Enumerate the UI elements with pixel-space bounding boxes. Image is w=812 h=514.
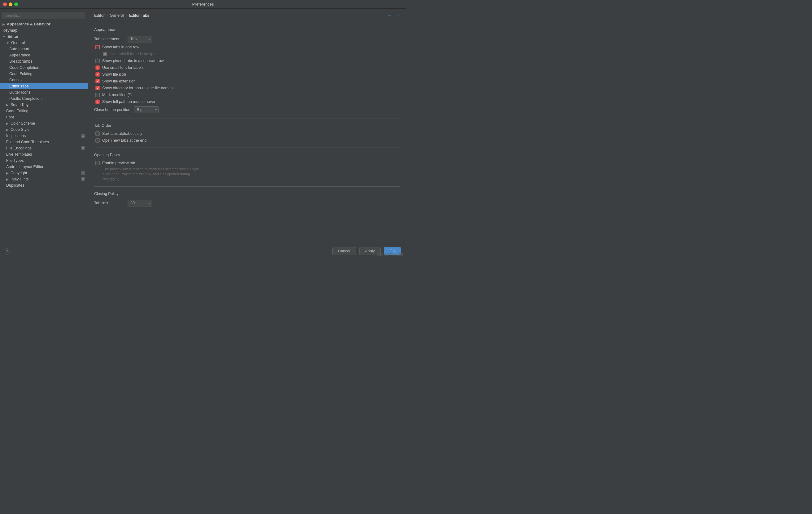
checkbox-row-mark-modified[interactable]: Mark modified (*): [94, 93, 400, 97]
checkbox-row-hide-tabs-no-space[interactable]: Hide tabs if there is no space: [94, 52, 400, 56]
checkbox-row-show-tabs-one-row[interactable]: Show tabs in one row: [94, 45, 400, 49]
sidebar-item-code-editing[interactable]: Code Editing: [0, 108, 88, 114]
close-button-label: Close button position:: [94, 108, 131, 112]
checkbox-show-full-path[interactable]: [95, 100, 100, 104]
checkbox-label-open-tabs-end: Open new tabs at the end: [102, 138, 146, 143]
sidebar-item-keymap[interactable]: Keymap: [0, 27, 88, 33]
sidebar-item-general[interactable]: ▼General: [0, 40, 88, 46]
checkbox-show-tabs-one-row[interactable]: [95, 45, 100, 49]
sidebar-item-postfix-completion[interactable]: Postfix Completion: [0, 96, 88, 102]
checkbox-row-enable-preview-tab[interactable]: Enable preview tab: [94, 161, 400, 165]
checkbox-show-file-extension[interactable]: [95, 79, 100, 83]
tab-limit-select-wrap: 30 ▾: [127, 200, 152, 207]
sidebar-item-label: Appearance & Behavior: [7, 22, 51, 26]
sidebar-item-font[interactable]: Font: [0, 114, 88, 120]
sidebar-item-label: Font: [6, 115, 14, 119]
sidebar-item-auto-import[interactable]: Auto Import: [0, 46, 88, 52]
sidebar-item-label: Breadcrumbs: [9, 59, 32, 63]
sidebar-item-editor-tabs[interactable]: Editor Tabs: [0, 83, 88, 89]
checkbox-label-show-file-icon: Show file icon: [102, 72, 126, 77]
checkbox-row-sort-tabs[interactable]: Sort tabs alphabetically: [94, 131, 400, 136]
checkbox-enable-preview-tab[interactable]: [95, 161, 100, 165]
sidebar-item-label: Auto Import: [9, 47, 29, 51]
nav-forward-arrow[interactable]: →: [395, 12, 400, 18]
breadcrumb: Editor › General › Editor Tabs ← →: [88, 9, 406, 21]
checkbox-open-tabs-end[interactable]: [95, 138, 100, 143]
checkbox-row-show-file-extension[interactable]: Show file extension: [94, 79, 400, 83]
sidebar-item-file-code-templates[interactable]: File and Code Templates: [0, 139, 88, 145]
checkbox-show-pinned-tabs[interactable]: [95, 59, 100, 63]
sidebar-item-gutter-icons[interactable]: Gutter Icons: [0, 89, 88, 96]
sidebar-item-color-scheme[interactable]: ▶Color Scheme: [0, 120, 88, 127]
checkbox-show-file-icon[interactable]: [95, 72, 100, 77]
close-button[interactable]: [3, 2, 7, 6]
checkbox-label-sort-tabs: Sort tabs alphabetically: [102, 131, 142, 136]
sidebar-item-label: Console: [9, 78, 24, 82]
divider-1: [94, 118, 400, 118]
title-bar: Preferences: [0, 0, 406, 9]
traffic-lights: [3, 2, 18, 6]
sidebar-item-appearance[interactable]: Appearance: [0, 52, 88, 58]
main-layout: ▶Appearance & BehaviorKeymap▼Editor▼Gene…: [0, 9, 406, 245]
sidebar-item-file-encodings[interactable]: File Encodings⊞: [0, 145, 88, 151]
chevron-icon: ▶: [6, 178, 9, 181]
tab-limit-label: Tab limit:: [94, 201, 125, 205]
sidebar-item-file-types[interactable]: File Types: [0, 158, 88, 164]
help-icon[interactable]: ?: [4, 248, 10, 254]
checkbox-row-show-directory[interactable]: Show directory for non-unique file names: [94, 86, 400, 90]
sidebar-item-code-folding[interactable]: Code Folding: [0, 71, 88, 77]
sidebar-item-android-layout-editor[interactable]: Android Layout Editor: [0, 164, 88, 170]
sidebar-item-label: Keymap: [2, 28, 18, 32]
sidebar-item-label: General: [11, 40, 25, 45]
bottom-bar: ? Cancel Apply OK CSDN @Fisher365: [0, 245, 406, 257]
checkbox-label-show-full-path: Show full path on mouse hover: [102, 100, 155, 104]
sidebar-item-label: File Encodings: [6, 146, 32, 151]
breadcrumb-editor[interactable]: Editor: [94, 13, 105, 18]
sidebar-item-editor[interactable]: ▼Editor: [0, 33, 88, 40]
sidebar-items: ▶Appearance & BehaviorKeymap▼Editor▼Gene…: [0, 21, 88, 188]
checkbox-show-directory[interactable]: [95, 86, 100, 90]
sidebar-item-label: Code Editing: [6, 109, 28, 113]
checkbox-use-small-font[interactable]: [95, 65, 100, 70]
close-button-select[interactable]: RightLeftNone: [134, 106, 158, 113]
checkbox-mark-modified[interactable]: [95, 93, 100, 97]
checkbox-hide-tabs-no-space[interactable]: [103, 52, 107, 56]
cancel-button[interactable]: Cancel: [332, 247, 356, 255]
checkbox-row-use-small-font[interactable]: Use small font for labels: [94, 65, 400, 70]
sidebar-item-label: Code Style: [10, 128, 29, 132]
sidebar-item-code-style[interactable]: ▶Code Style: [0, 127, 88, 133]
checkbox-label-mark-modified: Mark modified (*): [102, 93, 132, 97]
content-panel: Editor › General › Editor Tabs ← → Appea…: [88, 9, 406, 245]
checkbox-row-open-tabs-end[interactable]: Open new tabs at the end: [94, 138, 400, 143]
sidebar-item-appearance-behavior[interactable]: ▶Appearance & Behavior: [0, 21, 88, 27]
checkbox-row-show-file-icon[interactable]: Show file icon: [94, 72, 400, 77]
sidebar-item-label: Color Scheme: [10, 121, 35, 126]
sidebar-item-copyright[interactable]: ▶Copyright⊞: [0, 170, 88, 176]
nav-arrows: ← →: [387, 12, 400, 18]
checkbox-label-show-directory: Show directory for non-unique file names: [102, 86, 173, 90]
minimize-button[interactable]: [9, 2, 12, 6]
divider-2: [94, 147, 400, 148]
search-input[interactable]: [2, 12, 85, 19]
sidebar-item-code-completion[interactable]: Code Completion: [0, 64, 88, 71]
sidebar-item-console[interactable]: Console: [0, 77, 88, 83]
sidebar-item-inlay-hints[interactable]: ▶Inlay Hints⊞: [0, 176, 88, 182]
checkbox-row-show-pinned-tabs[interactable]: Show pinned tabs in a separate row: [94, 59, 400, 63]
sidebar-item-smart-keys[interactable]: ▶Smart Keys: [0, 102, 88, 108]
sidebar-item-live-templates[interactable]: Live Templates: [0, 151, 88, 158]
sidebar-item-inspections[interactable]: Inspections⊞: [0, 133, 88, 139]
checkbox-row-show-full-path[interactable]: Show full path on mouse hover: [94, 100, 400, 104]
checkbox-label-show-tabs-one-row: Show tabs in one row: [102, 45, 139, 49]
sidebar-item-label: Code Completion: [9, 65, 39, 70]
breadcrumb-current: Editor Tabs: [129, 13, 149, 18]
sidebar-item-label: Live Templates: [6, 152, 32, 157]
tab-placement-select[interactable]: TopBottomLeftRightNone: [127, 36, 152, 43]
tab-limit-select[interactable]: 30: [127, 200, 152, 207]
breadcrumb-general[interactable]: General: [110, 13, 124, 18]
maximize-button[interactable]: [14, 2, 18, 6]
chevron-icon: ▶: [6, 128, 9, 131]
sidebar-item-duplicates[interactable]: Duplicates: [0, 182, 88, 188]
sidebar-item-breadcrumbs[interactable]: Breadcrumbs: [0, 58, 88, 64]
nav-back-arrow[interactable]: ←: [387, 12, 393, 18]
checkbox-sort-tabs[interactable]: [95, 131, 100, 136]
